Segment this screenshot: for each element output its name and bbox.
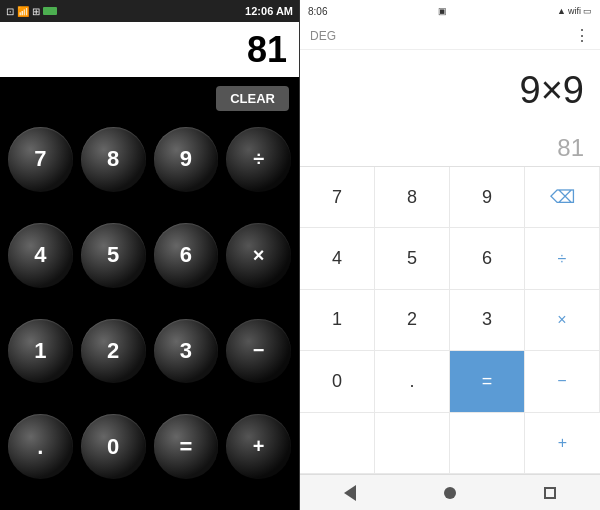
right-btn-empty <box>375 413 450 474</box>
right-result: 81 <box>300 130 600 166</box>
wifi-icon: ⊞ <box>32 6 40 17</box>
deg-label: DEG <box>310 29 336 43</box>
right-btn-eq[interactable]: = <box>450 351 525 412</box>
left-btn-dot[interactable]: . <box>8 414 73 479</box>
right-btn-7[interactable]: 7 <box>300 167 375 228</box>
menu-dots[interactable]: ⋮ <box>574 26 590 45</box>
back-icon <box>344 485 356 501</box>
left-status-time: 12:06 AM <box>245 5 293 17</box>
usb-icon: ⊡ <box>6 6 14 17</box>
home-icon <box>444 487 456 499</box>
right-btn-9[interactable]: 9 <box>450 167 525 228</box>
right-btn-empty <box>300 413 375 474</box>
right-result-value: 81 <box>557 134 584 162</box>
right-keypad: 789⌫456÷123×0.=−+ <box>300 166 600 474</box>
left-keypad: 789÷456×123−.0=+ <box>0 119 299 510</box>
left-btn-sub[interactable]: − <box>226 319 291 384</box>
left-btn-4[interactable]: 4 <box>8 223 73 288</box>
left-btn-2[interactable]: 2 <box>81 319 146 384</box>
right-nav-bar <box>300 474 600 510</box>
signal-icon: 📶 <box>17 6 29 17</box>
battery-icon <box>43 7 57 15</box>
right-btn-4[interactable]: 4 <box>300 228 375 289</box>
right-battery-icon: ▣ <box>438 6 447 16</box>
right-expression-text: 9×9 <box>520 69 584 112</box>
left-clear-row: CLEAR <box>0 77 299 119</box>
right-expression: 9×9 <box>300 50 600 130</box>
right-btn-mul[interactable]: × <box>525 290 600 351</box>
left-btn-mul[interactable]: × <box>226 223 291 288</box>
left-btn-6[interactable]: 6 <box>154 223 219 288</box>
right-btn-8[interactable]: 8 <box>375 167 450 228</box>
right-status-bar: 8:06 ▣ ▲ wifi ▭ <box>300 0 600 22</box>
right-btn-3[interactable]: 3 <box>450 290 525 351</box>
left-btn-0[interactable]: 0 <box>81 414 146 479</box>
left-btn-eq[interactable]: = <box>154 414 219 479</box>
nav-home-button[interactable] <box>436 479 464 507</box>
left-display-value: 81 <box>247 29 287 71</box>
right-btn-dot[interactable]: . <box>375 351 450 412</box>
right-wifi-icon: wifi <box>568 6 581 16</box>
left-btn-div[interactable]: ÷ <box>226 127 291 192</box>
left-btn-9[interactable]: 9 <box>154 127 219 192</box>
left-btn-5[interactable]: 5 <box>81 223 146 288</box>
right-btn-empty <box>450 413 525 474</box>
right-btn-plus[interactable]: + <box>525 413 600 474</box>
right-top-bar: DEG ⋮ <box>300 22 600 50</box>
left-status-icons: ⊡ 📶 ⊞ <box>6 6 57 17</box>
nav-recent-button[interactable] <box>536 479 564 507</box>
calculator-right: 8:06 ▣ ▲ wifi ▭ DEG ⋮ 9×9 81 789⌫456÷123… <box>300 0 600 510</box>
right-status-time: 8:06 <box>308 6 327 17</box>
left-status-bar: ⊡ 📶 ⊞ 12:06 AM <box>0 0 299 22</box>
recent-icon <box>544 487 556 499</box>
left-btn-7[interactable]: 7 <box>8 127 73 192</box>
left-btn-3[interactable]: 3 <box>154 319 219 384</box>
right-btn-2[interactable]: 2 <box>375 290 450 351</box>
right-btn-div[interactable]: ÷ <box>525 228 600 289</box>
left-btn-1[interactable]: 1 <box>8 319 73 384</box>
right-btn-minus[interactable]: − <box>525 351 600 412</box>
right-btn-6[interactable]: 6 <box>450 228 525 289</box>
right-btn-0[interactable]: 0 <box>300 351 375 412</box>
right-btn-del[interactable]: ⌫ <box>525 167 600 228</box>
right-batt-icon: ▭ <box>583 6 592 16</box>
right-btn-5[interactable]: 5 <box>375 228 450 289</box>
left-btn-add[interactable]: + <box>226 414 291 479</box>
right-signal-icon: ▲ <box>557 6 566 16</box>
calculator-left: ⊡ 📶 ⊞ 12:06 AM 81 CLEAR 789÷456×123−.0=+ <box>0 0 300 510</box>
nav-back-button[interactable] <box>336 479 364 507</box>
right-btn-1[interactable]: 1 <box>300 290 375 351</box>
right-status-icons: ▲ wifi ▭ <box>557 6 592 16</box>
clear-button[interactable]: CLEAR <box>216 86 289 111</box>
left-display: 81 <box>0 22 299 77</box>
left-btn-8[interactable]: 8 <box>81 127 146 192</box>
